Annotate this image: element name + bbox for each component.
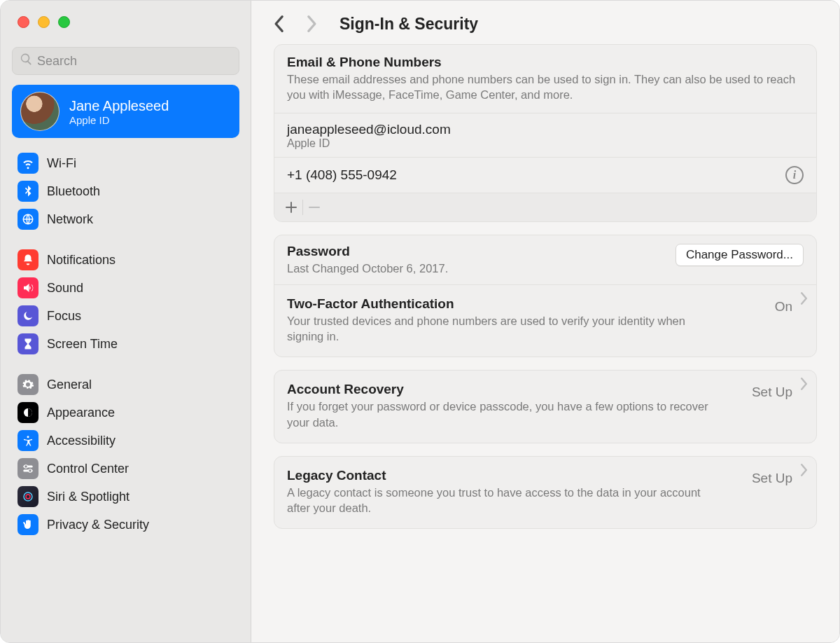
- hourglass-icon: [18, 333, 38, 354]
- remove-contact-button[interactable]: [304, 198, 324, 217]
- sidebar-item-label: Appearance: [47, 406, 115, 420]
- svg-point-6: [29, 469, 32, 473]
- sidebar-item-appleid[interactable]: Jane Appleseed Apple ID: [12, 85, 239, 138]
- sliders-icon: [18, 458, 38, 479]
- info-icon[interactable]: i: [785, 166, 804, 184]
- legacy-title: Legacy Contact: [287, 468, 804, 483]
- topbar: Sign-In & Security: [251, 1, 839, 44]
- change-password-button[interactable]: Change Password...: [676, 244, 804, 266]
- email-phone-panel: Email & Phone Numbers These email addres…: [274, 44, 817, 222]
- gear-icon: [18, 374, 38, 395]
- sidebar-item-label: Screen Time: [47, 337, 118, 352]
- sidebar-item-label: General: [47, 378, 92, 392]
- sidebar-item-label: Wi-Fi: [47, 156, 76, 171]
- legacy-status: Set Up: [752, 471, 792, 486]
- appearance-icon: [18, 402, 38, 423]
- chevron-right-icon: [800, 378, 808, 393]
- sidebar-item-focus[interactable]: Focus: [12, 302, 239, 330]
- sidebar-item-screentime[interactable]: Screen Time: [12, 330, 239, 358]
- recovery-row[interactable]: Set Up Account Recovery If you forget yo…: [274, 371, 816, 443]
- recovery-status: Set Up: [752, 385, 792, 400]
- email-phone-desc: These email addresses and phone numbers …: [287, 71, 804, 103]
- sidebar-item-network[interactable]: Network: [12, 205, 239, 233]
- globe-icon: [18, 209, 38, 230]
- avatar: [20, 92, 59, 131]
- sidebar-item-label: Sound: [47, 281, 83, 296]
- sidebar-item-controlcenter[interactable]: Control Center: [12, 455, 239, 483]
- password-title: Password: [287, 244, 448, 259]
- speaker-icon: [18, 277, 38, 298]
- sidebar-item-label: Network: [47, 212, 93, 227]
- twofa-row[interactable]: On Two-Factor Authentication Your truste…: [274, 285, 816, 357]
- sidebar-item-sound[interactable]: Sound: [12, 274, 239, 302]
- sidebar-nav: Wi-Fi Bluetooth Network: [1, 145, 251, 551]
- zoom-window-button[interactable]: [58, 16, 70, 28]
- password-panel: Password Last Changed October 6, 2017. C…: [274, 235, 817, 358]
- sidebar-item-label: Privacy & Security: [47, 518, 149, 532]
- contact-phone-value: +1 (408) 555-0942: [287, 167, 397, 183]
- sidebar-item-label: Control Center: [47, 462, 129, 476]
- back-button[interactable]: [268, 13, 289, 34]
- page-title: Sign-In & Security: [340, 15, 478, 34]
- sidebar-item-general[interactable]: General: [12, 371, 239, 399]
- siri-icon: [18, 486, 38, 507]
- svg-point-2: [27, 436, 29, 438]
- minimize-window-button[interactable]: [38, 16, 50, 28]
- contact-email-sub: Apple ID: [287, 137, 330, 150]
- sidebar-item-label: Focus: [47, 309, 81, 324]
- legacy-panel: Set Up Legacy Contact A legacy contact i…: [274, 456, 817, 530]
- search-field[interactable]: [12, 47, 239, 75]
- recovery-desc: If you forget your password or device pa…: [287, 399, 721, 430]
- forward-button[interactable]: [302, 13, 323, 34]
- bluetooth-icon: [18, 181, 38, 202]
- legacy-row[interactable]: Set Up Legacy Contact A legacy contact i…: [274, 457, 816, 529]
- twofa-title: Two-Factor Authentication: [287, 296, 804, 312]
- sidebar-item-accessibility[interactable]: Accessibility: [12, 427, 239, 455]
- profile-name: Jane Appleseed: [69, 97, 169, 114]
- chevron-right-icon: [800, 464, 808, 479]
- password-desc: Last Changed October 6, 2017.: [287, 261, 448, 276]
- search-input[interactable]: [37, 54, 232, 69]
- contact-row-email[interactable]: janeappleseed@icloud.com Apple ID: [274, 113, 816, 157]
- settings-window: Jane Appleseed Apple ID Wi-Fi Bluetooth: [0, 0, 840, 643]
- sidebar-item-privacy[interactable]: Privacy & Security: [12, 511, 239, 539]
- sidebar-item-notifications[interactable]: Notifications: [12, 246, 239, 274]
- sidebar-item-label: Siri & Spotlight: [47, 490, 130, 504]
- profile-subtitle: Apple ID: [69, 114, 169, 126]
- email-phone-title: Email & Phone Numbers: [287, 55, 804, 70]
- wifi-icon: [18, 153, 38, 174]
- recovery-title: Account Recovery: [287, 382, 804, 397]
- window-controls: [1, 1, 251, 40]
- twofa-status: On: [775, 299, 792, 314]
- svg-point-7: [24, 492, 32, 501]
- svg-point-8: [26, 495, 30, 499]
- bell-icon: [18, 249, 38, 270]
- sidebar: Jane Appleseed Apple ID Wi-Fi Bluetooth: [1, 1, 251, 642]
- contact-row-phone[interactable]: +1 (408) 555-0942 i: [274, 158, 816, 193]
- accessibility-icon: [18, 430, 38, 451]
- contact-email-value: janeappleseed@icloud.com: [287, 122, 451, 137]
- sidebar-item-label: Notifications: [47, 253, 115, 268]
- sidebar-item-bluetooth[interactable]: Bluetooth: [12, 177, 239, 205]
- chevron-right-icon: [800, 292, 808, 307]
- sidebar-item-appearance[interactable]: Appearance: [12, 399, 239, 427]
- email-phone-footer: [274, 193, 816, 221]
- close-window-button[interactable]: [18, 16, 29, 28]
- sidebar-item-label: Accessibility: [47, 434, 115, 448]
- sidebar-item-wifi[interactable]: Wi-Fi: [12, 149, 239, 177]
- legacy-desc: A legacy contact is someone you trust to…: [287, 485, 721, 516]
- moon-icon: [18, 305, 38, 326]
- svg-point-5: [24, 465, 28, 469]
- sidebar-item-siri[interactable]: Siri & Spotlight: [12, 483, 239, 511]
- recovery-panel: Set Up Account Recovery If you forget yo…: [274, 370, 817, 443]
- add-contact-button[interactable]: [281, 198, 301, 217]
- hand-icon: [18, 514, 38, 535]
- twofa-desc: Your trusted devices and phone numbers a…: [287, 313, 721, 345]
- search-icon: [20, 53, 37, 69]
- main-content: Sign-In & Security Email & Phone Numbers…: [251, 1, 839, 642]
- sidebar-item-label: Bluetooth: [47, 184, 100, 199]
